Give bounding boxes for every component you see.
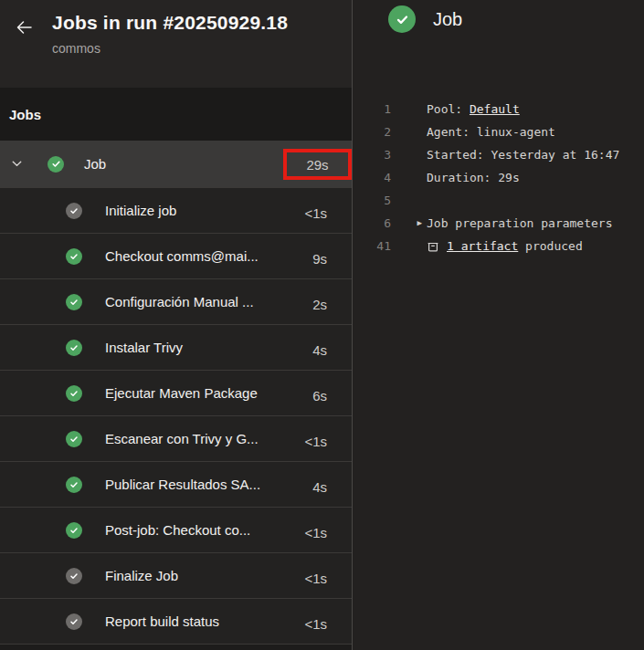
step-label: Ejecutar Maven Package — [105, 385, 258, 401]
log-viewer[interactable]: 1Pool: Default2Agent: linux-agent3Starte… — [353, 98, 644, 257]
log-line: 1Pool: Default — [353, 98, 644, 121]
step-duration: 6s — [312, 388, 327, 404]
log-line-content: Duration: 29s — [427, 166, 520, 189]
log-text: produced — [518, 235, 582, 257]
log-panel: Job 1Pool: Default2Agent: linux-agent3St… — [353, 0, 644, 650]
artifact-icon — [427, 240, 439, 253]
log-line: 4Duration: 29s — [353, 166, 644, 189]
back-arrow-icon — [16, 20, 33, 35]
back-button[interactable] — [13, 16, 35, 38]
step-label: Configuración Manual ... — [105, 294, 254, 309]
step-status-icon — [66, 477, 82, 493]
step-status-icon — [66, 568, 82, 584]
step-label: Checkout comms@mai... — [105, 248, 259, 264]
log-line: 2Agent: linux-agent — [353, 121, 644, 143]
log-link[interactable]: Default — [470, 98, 520, 121]
step-row[interactable]: Instalar Trivy 4s — [0, 324, 352, 370]
step-status-icon — [66, 613, 82, 630]
step-duration: <1s — [304, 525, 327, 540]
log-line: 3Started: Yesterday at 16:47 — [353, 143, 644, 166]
jobs-section-header: Jobs — [0, 88, 352, 141]
log-line: 5 — [353, 189, 644, 212]
jobs-section-label: Jobs — [9, 107, 41, 122]
log-line-content: Pool: Default — [427, 98, 520, 121]
run-header: Jobs in run #20250929.18 commos — [0, 0, 352, 88]
log-line-number: 5 — [353, 189, 391, 212]
step-label: Publicar Resultados SA... — [105, 477, 260, 492]
step-status-icon — [66, 431, 82, 447]
step-label: Initialize job — [105, 203, 176, 218]
log-line-content: Started: Yesterday at 16:47 — [427, 143, 619, 166]
expander-slot — [391, 98, 427, 121]
log-line-number: 1 — [353, 98, 391, 121]
step-duration: <1s — [304, 205, 327, 221]
job-label: Job — [84, 156, 106, 172]
step-status-icon — [66, 248, 82, 265]
step-row[interactable]: Escanear con Trivy y G... <1s — [0, 415, 352, 461]
annotation-box: 29s — [283, 149, 352, 180]
expand-icon[interactable]: ▶ — [417, 219, 422, 227]
log-text: Started: Yesterday at 16:47 — [427, 143, 619, 166]
step-label: Escanear con Trivy y G... — [105, 431, 259, 446]
step-duration: <1s — [304, 616, 327, 632]
step-duration: 4s — [312, 342, 327, 358]
step-row[interactable]: Publicar Resultados SA... 4s — [0, 461, 352, 507]
step-label: Report build status — [105, 613, 219, 629]
log-text: Duration: 29s — [427, 166, 520, 189]
log-line: 6▶Job preparation parameters — [353, 212, 644, 235]
expander-slot — [391, 121, 427, 143]
job-status-icon — [48, 156, 64, 173]
chevron-down-icon[interactable] — [9, 157, 24, 172]
page-title: Jobs in run #20250929.18 — [52, 12, 288, 34]
step-duration: 2s — [312, 297, 327, 312]
step-status-icon — [66, 385, 82, 402]
step-row[interactable]: Checkout comms@mai... 9s — [0, 233, 352, 278]
log-panel-header: Job — [388, 5, 462, 33]
jobs-sidebar: Jobs in run #20250929.18 commos Jobs Job… — [0, 0, 352, 650]
log-line-number: 6 — [353, 212, 391, 235]
step-status-icon — [66, 522, 82, 539]
step-status-icon — [66, 340, 82, 356]
steps-list: Initialize job <1s Checkout comms@mai...… — [0, 187, 352, 645]
job-duration: 29s — [306, 157, 328, 173]
step-duration: <1s — [304, 434, 327, 449]
expander-slot — [391, 189, 427, 212]
step-label: Post-job: Checkout co... — [105, 522, 250, 538]
step-row[interactable]: Finalize Job <1s — [0, 552, 352, 598]
step-row[interactable]: Initialize job <1s — [0, 187, 352, 233]
step-status-icon — [66, 203, 82, 219]
expander-slot — [391, 143, 427, 166]
step-duration: 9s — [312, 251, 327, 267]
expander-slot — [391, 166, 427, 189]
log-panel-title: Job — [433, 9, 462, 30]
step-row[interactable]: Post-job: Checkout co... <1s — [0, 507, 352, 552]
log-line-content: Job preparation parameters — [427, 212, 613, 235]
log-line-number: 41 — [353, 235, 391, 257]
step-label: Instalar Trivy — [105, 340, 183, 355]
log-line-number: 3 — [353, 143, 391, 166]
page-subtitle: commos — [52, 41, 100, 56]
log-link[interactable]: 1 artifact — [447, 235, 518, 257]
log-text: Job preparation parameters — [427, 212, 613, 235]
step-row[interactable]: Ejecutar Maven Package 6s — [0, 370, 352, 415]
step-row[interactable]: Report build status <1s — [0, 598, 352, 644]
log-line-content: Agent: linux-agent — [427, 121, 555, 143]
log-text: Agent: linux-agent — [427, 121, 555, 143]
log-text: Pool: — [427, 98, 470, 121]
job-run-status-icon — [388, 5, 416, 33]
log-line-number: 2 — [353, 121, 391, 143]
step-status-icon — [66, 294, 82, 310]
expander-slot — [391, 235, 427, 257]
step-duration: 4s — [312, 479, 327, 495]
log-line-number: 4 — [353, 166, 391, 189]
log-line: 411 artifact produced — [353, 235, 644, 257]
step-duration: <1s — [304, 571, 327, 586]
step-row[interactable]: Configuración Manual ... 2s — [0, 278, 352, 324]
expander-slot: ▶ — [391, 212, 427, 235]
step-label: Finalize Job — [105, 568, 178, 583]
log-line-content: 1 artifact produced — [427, 235, 583, 257]
job-row[interactable]: Job 29s — [0, 141, 352, 187]
pipeline-run-page: Jobs in run #20250929.18 commos Jobs Job… — [0, 0, 644, 650]
